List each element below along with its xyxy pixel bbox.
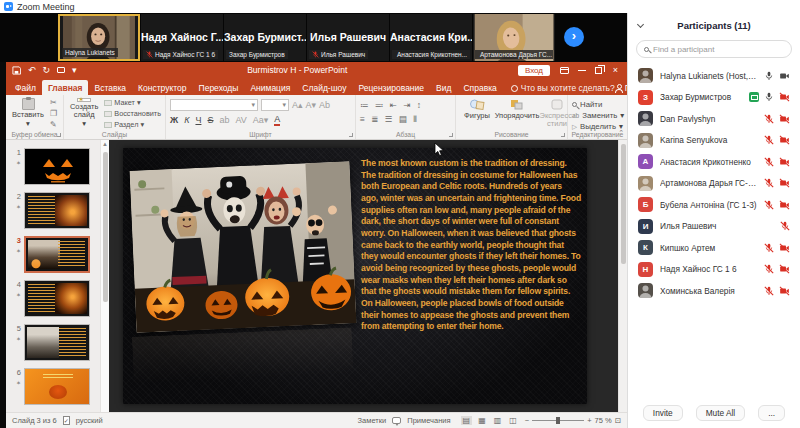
font-name-select[interactable]: ▾ [170, 99, 258, 111]
mic-muted-icon[interactable] [764, 135, 774, 145]
slide-thumbnail-5[interactable]: 5✶ [10, 324, 100, 361]
ribbon-tab[interactable]: Слайд-шоу [296, 80, 352, 95]
participant-row[interactable]: Dan Pavlyshyn [628, 108, 800, 130]
cut-icon[interactable]: ✂ [50, 98, 57, 107]
video-tile-darya[interactable]: Артамонова Дарья ГС... [473, 14, 555, 61]
camera-off-icon[interactable] [779, 243, 790, 253]
shapes-button[interactable]: Фигуры [460, 98, 494, 128]
drawing-dialog-launcher[interactable] [561, 133, 565, 137]
ribbon-display-options-icon[interactable] [556, 63, 573, 77]
bold-button[interactable]: Ж [170, 115, 178, 125]
slideshow-icon[interactable]: ◫ [507, 416, 519, 425]
chevron-down-icon[interactable] [637, 21, 644, 28]
camera-off-icon[interactable] [779, 92, 790, 102]
normal-view-icon[interactable]: ▤ [461, 416, 473, 425]
fit-to-window-icon[interactable]: ⊡ [615, 416, 621, 425]
camera-off-icon[interactable] [779, 178, 790, 188]
video-tile-zakhar[interactable]: Захар Бурмист... Захар Бурмистров [224, 14, 306, 61]
participant-row[interactable]: И Илья Рашевич [628, 216, 800, 238]
ribbon-tab[interactable]: Вставка [88, 80, 132, 95]
more-options-button[interactable]: ... [758, 405, 785, 421]
zoom-out-icon[interactable]: − [525, 416, 529, 425]
participant-row[interactable]: Karina Senyukova [628, 130, 800, 152]
reset-button[interactable]: Восстановить [104, 109, 161, 118]
language-indicator[interactable]: русский [76, 416, 103, 425]
participant-row[interactable]: Halyna Lukianets (Host, me) [628, 65, 800, 87]
format-painter-icon[interactable]: ✎ [50, 120, 57, 129]
copy-icon[interactable]: ❐ [50, 109, 57, 118]
next-videos-button[interactable]: › [564, 27, 584, 47]
comments-toggle[interactable]: Примечания [407, 416, 450, 425]
font-dialog-launcher[interactable] [349, 133, 353, 137]
video-tile-ilya[interactable]: Илья Рашевич Илья Рашевич [307, 14, 389, 61]
ribbon-tab[interactable]: Файл [9, 80, 42, 95]
video-tile-anastasia[interactable]: Анастасия Кри... Анастасия Крикотнен... [390, 14, 472, 61]
comments-icon[interactable] [392, 417, 401, 424]
ribbon-tab[interactable]: Анимация [244, 80, 296, 95]
character-spacing-icon[interactable]: AV [235, 115, 246, 125]
slide-sorter-icon[interactable]: ▦ [476, 416, 488, 425]
qat-customize-icon[interactable]: ▾ [72, 65, 77, 75]
save-icon[interactable] [12, 66, 21, 75]
scroll-up-icon[interactable]: ▲ [102, 141, 108, 147]
undo-icon[interactable]: ↶ [28, 65, 36, 75]
clear-formatting-icon[interactable]: Ab [319, 100, 330, 110]
paragraph-dialog-launcher[interactable] [449, 133, 453, 137]
mic-muted-icon[interactable] [764, 114, 774, 124]
paste-button[interactable]: Вставить▾ [10, 98, 46, 128]
participant-row[interactable]: Н Надя Хайнос ГС 1 6 [628, 259, 800, 281]
scrollbar-thumb[interactable] [621, 144, 626, 264]
mic-muted-icon[interactable] [764, 178, 774, 188]
camera-off-icon[interactable] [779, 157, 790, 167]
mic-muted-icon[interactable] [764, 243, 774, 253]
new-slide-button[interactable]: Создать слайд▾ [68, 98, 100, 128]
thumbnail-scrollbar[interactable]: ▲ [100, 140, 109, 412]
camera-off-icon[interactable] [779, 264, 790, 274]
slide-thumbnail-2[interactable]: 2✶ [10, 192, 100, 229]
strikethrough-button[interactable]: S [207, 115, 213, 125]
restore-button[interactable] [590, 63, 607, 77]
alignment-icons[interactable]: ≡ ≣ ☰ ▤ ⫴ [360, 114, 423, 125]
mic-muted-icon[interactable] [764, 286, 774, 296]
zoom-level[interactable]: 75 % [595, 416, 612, 425]
participant-row[interactable]: Хоминська Валерія [628, 280, 800, 302]
invite-button[interactable]: Invite [643, 405, 683, 421]
slide-canvas[interactable]: The most known custom is the tradition o… [109, 140, 618, 412]
mute-all-button[interactable]: Mute All [696, 405, 746, 421]
layout-button[interactable]: Макет▾ [104, 98, 161, 107]
redo-icon[interactable]: ↻ [43, 65, 51, 75]
find-button[interactable]: Найти [572, 100, 624, 109]
participant-row[interactable]: Артамонова Дарья ГС-1-6 [628, 173, 800, 195]
close-button[interactable]: × [607, 63, 624, 77]
slide-thumbnail-4[interactable]: 4✶ [10, 280, 100, 317]
clipboard-dialog-launcher[interactable] [57, 133, 61, 137]
mic-on-icon[interactable] [764, 71, 774, 81]
italic-button[interactable]: К [184, 115, 189, 125]
video-tile-nadya[interactable]: Надя Хайнос Г... Надя Хайнос ГС 1 6 [141, 14, 223, 61]
ribbon-tab[interactable]: Конструктор [132, 80, 192, 95]
canvas-scrollbar[interactable] [618, 140, 627, 412]
notes-toggle[interactable]: Заметки [358, 416, 387, 425]
ribbon-tab[interactable]: Главная [42, 80, 89, 95]
video-tile-halyna[interactable]: Halyna Lukianets [58, 14, 140, 61]
mic-muted-icon[interactable] [764, 157, 774, 167]
participant-row[interactable]: З Захар Бурмистров [628, 87, 800, 109]
slide-thumbnail-6[interactable]: 6✶ [10, 368, 100, 405]
underline-button[interactable]: Ч [195, 115, 201, 125]
spellcheck-icon[interactable] [63, 416, 70, 425]
tellme-box[interactable]: Что вы хотите сделать? [511, 83, 615, 95]
font-color-button[interactable]: А [274, 114, 280, 126]
font-size-select[interactable]: ▾ [261, 99, 289, 111]
halloween-family-photo[interactable] [130, 161, 357, 332]
zoom-slider[interactable] [532, 420, 584, 421]
replace-button[interactable]: abЗаменить▾ [572, 111, 624, 120]
camera-on-icon[interactable] [779, 71, 790, 81]
slide-thumbnail-3-selected[interactable]: 3✶ [10, 236, 100, 273]
reading-view-icon[interactable]: ▥ [492, 416, 504, 425]
camera-off-icon[interactable] [779, 135, 790, 145]
camera-off-icon[interactable] [779, 200, 790, 210]
slide-thumbnail-1[interactable]: 1✶ [10, 148, 100, 185]
participant-search[interactable] [636, 40, 792, 58]
scrollbar-thumb[interactable] [103, 152, 108, 302]
ribbon-tab[interactable]: Справка [457, 80, 502, 95]
